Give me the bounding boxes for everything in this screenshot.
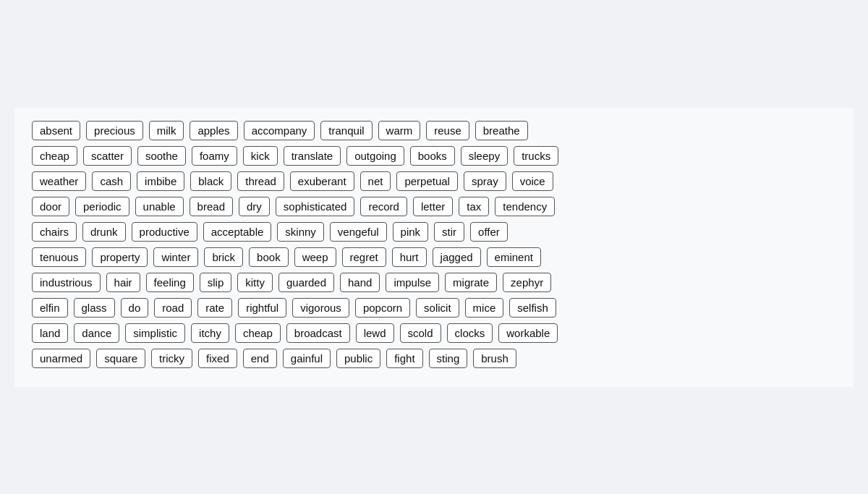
- word-tag-selfish[interactable]: selfish: [509, 298, 556, 318]
- word-tag-unable[interactable]: unable: [135, 197, 184, 216]
- word-tag-cheap[interactable]: cheap: [32, 146, 77, 166]
- word-tag-itchy[interactable]: itchy: [191, 323, 229, 343]
- word-tag-scold[interactable]: scold: [400, 323, 441, 343]
- word-tag-road[interactable]: road: [154, 298, 192, 318]
- word-tag-kick[interactable]: kick: [243, 146, 278, 166]
- word-tag-tendency[interactable]: tendency: [495, 197, 555, 216]
- word-tag-cash[interactable]: cash: [92, 171, 131, 191]
- word-tag-impulse[interactable]: impulse: [386, 273, 439, 292]
- word-tag-winter[interactable]: winter: [153, 247, 198, 267]
- word-tag-breathe[interactable]: breathe: [475, 121, 528, 140]
- word-tag-broadcast[interactable]: broadcast: [286, 323, 350, 343]
- word-tag-brick[interactable]: brick: [204, 247, 243, 267]
- word-tag-book[interactable]: book: [249, 247, 289, 267]
- word-tag-mice[interactable]: mice: [465, 298, 504, 318]
- word-tag-rate[interactable]: rate: [197, 298, 232, 318]
- word-tag-soothe[interactable]: soothe: [137, 146, 186, 166]
- word-tag-lewd[interactable]: lewd: [356, 323, 394, 343]
- word-tag-glass[interactable]: glass: [74, 298, 115, 318]
- word-tag-trucks[interactable]: trucks: [514, 146, 558, 166]
- word-tag-slip[interactable]: slip: [200, 273, 232, 292]
- word-tag-spray[interactable]: spray: [464, 171, 506, 191]
- word-tag-elfin[interactable]: elfin: [32, 298, 68, 318]
- word-tag-public[interactable]: public: [336, 349, 380, 368]
- word-tag-workable[interactable]: workable: [498, 323, 558, 343]
- word-tag-letter[interactable]: letter: [413, 197, 453, 216]
- word-tag-do[interactable]: do: [121, 298, 149, 318]
- word-tag-books[interactable]: books: [410, 146, 455, 166]
- word-tag-bread[interactable]: bread: [190, 197, 233, 216]
- word-tag-reuse[interactable]: reuse: [426, 121, 469, 140]
- word-tag-migrate[interactable]: migrate: [445, 273, 497, 292]
- word-tag-dance[interactable]: dance: [74, 323, 119, 343]
- word-tag-translate[interactable]: translate: [284, 146, 341, 166]
- word-tag-hurt[interactable]: hurt: [392, 247, 427, 267]
- word-tag-tax[interactable]: tax: [459, 197, 489, 216]
- word-tag-chairs[interactable]: chairs: [32, 222, 77, 242]
- word-tag-skinny[interactable]: skinny: [277, 222, 324, 242]
- word-tag-jagged[interactable]: jagged: [433, 247, 481, 267]
- word-tag-property[interactable]: property: [92, 247, 148, 267]
- word-tag-vengeful[interactable]: vengeful: [330, 222, 387, 242]
- word-tag-absent[interactable]: absent: [32, 121, 80, 140]
- word-tag-acceptable[interactable]: acceptable: [203, 222, 272, 242]
- word-tag-productive[interactable]: productive: [132, 222, 197, 242]
- word-tag-gainful[interactable]: gainful: [283, 349, 331, 368]
- word-tag-dry[interactable]: dry: [239, 197, 270, 216]
- word-tag-imbibe[interactable]: imbibe: [137, 171, 184, 191]
- word-tag-tranquil[interactable]: tranquil: [320, 121, 372, 140]
- word-tag-warm[interactable]: warm: [378, 121, 421, 140]
- word-tag-offer[interactable]: offer: [470, 222, 508, 242]
- word-tag-industrious[interactable]: industrious: [32, 273, 101, 292]
- word-tag-guarded[interactable]: guarded: [278, 273, 334, 292]
- word-tag-zephyr[interactable]: zephyr: [503, 273, 551, 292]
- word-tag-popcorn[interactable]: popcorn: [355, 298, 410, 318]
- word-tag-sting[interactable]: sting: [429, 349, 468, 368]
- word-tag-kitty[interactable]: kitty: [237, 273, 273, 292]
- word-tag-black[interactable]: black: [190, 171, 231, 191]
- word-tag-clocks[interactable]: clocks: [447, 323, 493, 343]
- word-tag-scatter[interactable]: scatter: [83, 146, 132, 166]
- word-tag-weather[interactable]: weather: [32, 171, 86, 191]
- word-tag-tricky[interactable]: tricky: [151, 349, 192, 368]
- word-tag-thread[interactable]: thread: [237, 171, 284, 191]
- word-tag-fixed[interactable]: fixed: [198, 349, 237, 368]
- word-tag-record[interactable]: record: [360, 197, 407, 216]
- word-cloud-container: absentpreciousmilkapplesaccompanytranqui…: [14, 108, 854, 387]
- word-tag-accompany[interactable]: accompany: [244, 121, 315, 140]
- word-tag-sophisticated[interactable]: sophisticated: [276, 197, 355, 216]
- word-tag-rightful[interactable]: rightful: [238, 298, 286, 318]
- word-tag-periodic[interactable]: periodic: [75, 197, 129, 216]
- word-tag-land[interactable]: land: [32, 323, 68, 343]
- word-tag-perpetual[interactable]: perpetual: [396, 171, 458, 191]
- word-tag-milk[interactable]: milk: [149, 121, 184, 140]
- word-tag-pink[interactable]: pink: [393, 222, 429, 242]
- word-tag-foamy[interactable]: foamy: [192, 146, 237, 166]
- word-tag-feeling[interactable]: feeling: [146, 273, 194, 292]
- word-tag-solicit[interactable]: solicit: [416, 298, 459, 318]
- word-tag-eminent[interactable]: eminent: [487, 247, 541, 267]
- word-tag-end[interactable]: end: [243, 349, 277, 368]
- word-tag-net[interactable]: net: [360, 171, 391, 191]
- word-tag-outgoing[interactable]: outgoing: [346, 146, 404, 166]
- word-tag-exuberant[interactable]: exuberant: [290, 171, 354, 191]
- word-tag-stir[interactable]: stir: [434, 222, 464, 242]
- word-tag-hair[interactable]: hair: [106, 273, 140, 292]
- word-tag-simplistic[interactable]: simplistic: [125, 323, 185, 343]
- word-tag-unarmed[interactable]: unarmed: [32, 349, 90, 368]
- word-tag-cheap[interactable]: cheap: [235, 323, 281, 343]
- word-tag-brush[interactable]: brush: [473, 349, 516, 368]
- word-tag-weep[interactable]: weep: [294, 247, 336, 267]
- word-tag-tenuous[interactable]: tenuous: [32, 247, 86, 267]
- word-tag-voice[interactable]: voice: [512, 171, 553, 191]
- word-tag-door[interactable]: door: [32, 197, 69, 216]
- word-tag-regret[interactable]: regret: [342, 247, 386, 267]
- word-tag-fight[interactable]: fight: [386, 349, 422, 368]
- word-tag-drunk[interactable]: drunk: [82, 222, 126, 242]
- word-tag-apples[interactable]: apples: [190, 121, 237, 140]
- word-tag-vigorous[interactable]: vigorous: [292, 298, 349, 318]
- word-tag-sleepy[interactable]: sleepy: [461, 146, 508, 166]
- word-tag-precious[interactable]: precious: [86, 121, 143, 140]
- word-tag-hand[interactable]: hand: [340, 273, 380, 292]
- word-tag-square[interactable]: square: [96, 349, 145, 368]
